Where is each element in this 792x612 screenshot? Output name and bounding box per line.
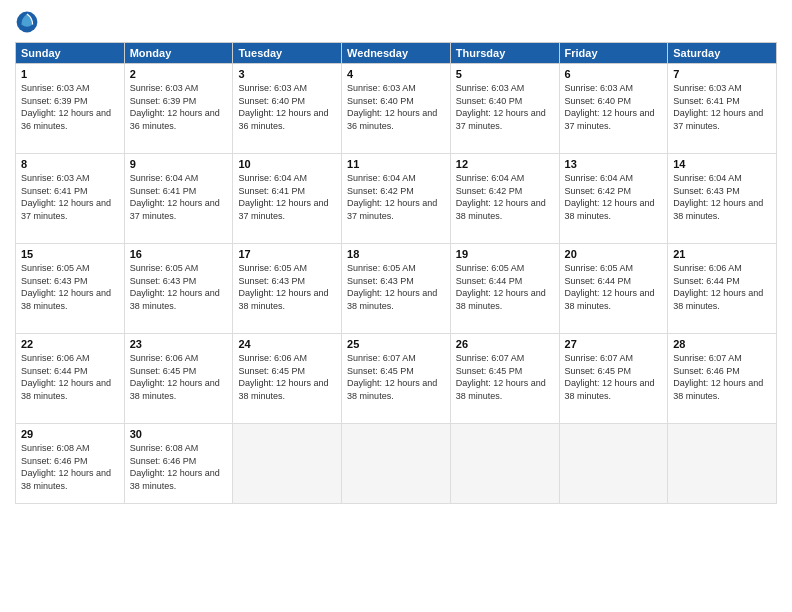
day-number: 29 bbox=[21, 428, 119, 440]
day-number: 19 bbox=[456, 248, 554, 260]
day-info: Sunrise: 6:04 AM Sunset: 6:41 PM Dayligh… bbox=[130, 172, 228, 222]
calendar-day-cell: 28 Sunrise: 6:07 AM Sunset: 6:46 PM Dayl… bbox=[668, 334, 777, 424]
calendar-day-header: Sunday bbox=[16, 43, 125, 64]
calendar-day-cell: 9 Sunrise: 6:04 AM Sunset: 6:41 PM Dayli… bbox=[124, 154, 233, 244]
calendar-day-cell: 10 Sunrise: 6:04 AM Sunset: 6:41 PM Dayl… bbox=[233, 154, 342, 244]
calendar-day-cell: 13 Sunrise: 6:04 AM Sunset: 6:42 PM Dayl… bbox=[559, 154, 668, 244]
day-number: 27 bbox=[565, 338, 663, 350]
day-info: Sunrise: 6:08 AM Sunset: 6:46 PM Dayligh… bbox=[130, 442, 228, 492]
day-number: 5 bbox=[456, 68, 554, 80]
day-info: Sunrise: 6:04 AM Sunset: 6:41 PM Dayligh… bbox=[238, 172, 336, 222]
calendar-day-cell bbox=[342, 424, 451, 504]
calendar-day-cell: 15 Sunrise: 6:05 AM Sunset: 6:43 PM Dayl… bbox=[16, 244, 125, 334]
calendar-day-cell: 16 Sunrise: 6:05 AM Sunset: 6:43 PM Dayl… bbox=[124, 244, 233, 334]
calendar-day-cell: 1 Sunrise: 6:03 AM Sunset: 6:39 PM Dayli… bbox=[16, 64, 125, 154]
calendar-week-row: 15 Sunrise: 6:05 AM Sunset: 6:43 PM Dayl… bbox=[16, 244, 777, 334]
day-info: Sunrise: 6:05 AM Sunset: 6:43 PM Dayligh… bbox=[130, 262, 228, 312]
day-info: Sunrise: 6:04 AM Sunset: 6:42 PM Dayligh… bbox=[565, 172, 663, 222]
day-info: Sunrise: 6:07 AM Sunset: 6:46 PM Dayligh… bbox=[673, 352, 771, 402]
day-info: Sunrise: 6:04 AM Sunset: 6:42 PM Dayligh… bbox=[347, 172, 445, 222]
day-number: 7 bbox=[673, 68, 771, 80]
calendar-day-cell: 3 Sunrise: 6:03 AM Sunset: 6:40 PM Dayli… bbox=[233, 64, 342, 154]
calendar-week-row: 22 Sunrise: 6:06 AM Sunset: 6:44 PM Dayl… bbox=[16, 334, 777, 424]
calendar-day-cell: 29 Sunrise: 6:08 AM Sunset: 6:46 PM Dayl… bbox=[16, 424, 125, 504]
day-number: 16 bbox=[130, 248, 228, 260]
day-info: Sunrise: 6:05 AM Sunset: 6:44 PM Dayligh… bbox=[456, 262, 554, 312]
day-number: 12 bbox=[456, 158, 554, 170]
day-info: Sunrise: 6:04 AM Sunset: 6:43 PM Dayligh… bbox=[673, 172, 771, 222]
day-info: Sunrise: 6:05 AM Sunset: 6:43 PM Dayligh… bbox=[21, 262, 119, 312]
day-info: Sunrise: 6:06 AM Sunset: 6:45 PM Dayligh… bbox=[130, 352, 228, 402]
day-number: 23 bbox=[130, 338, 228, 350]
day-number: 3 bbox=[238, 68, 336, 80]
calendar-day-cell: 19 Sunrise: 6:05 AM Sunset: 6:44 PM Dayl… bbox=[450, 244, 559, 334]
day-number: 10 bbox=[238, 158, 336, 170]
calendar-day-cell: 6 Sunrise: 6:03 AM Sunset: 6:40 PM Dayli… bbox=[559, 64, 668, 154]
day-number: 25 bbox=[347, 338, 445, 350]
calendar-day-header: Thursday bbox=[450, 43, 559, 64]
calendar-day-cell: 11 Sunrise: 6:04 AM Sunset: 6:42 PM Dayl… bbox=[342, 154, 451, 244]
day-number: 8 bbox=[21, 158, 119, 170]
day-info: Sunrise: 6:07 AM Sunset: 6:45 PM Dayligh… bbox=[456, 352, 554, 402]
calendar-day-cell: 17 Sunrise: 6:05 AM Sunset: 6:43 PM Dayl… bbox=[233, 244, 342, 334]
day-info: Sunrise: 6:05 AM Sunset: 6:43 PM Dayligh… bbox=[238, 262, 336, 312]
day-number: 9 bbox=[130, 158, 228, 170]
day-info: Sunrise: 6:03 AM Sunset: 6:40 PM Dayligh… bbox=[347, 82, 445, 132]
calendar-day-cell: 5 Sunrise: 6:03 AM Sunset: 6:40 PM Dayli… bbox=[450, 64, 559, 154]
calendar-header-row: SundayMondayTuesdayWednesdayThursdayFrid… bbox=[16, 43, 777, 64]
day-info: Sunrise: 6:03 AM Sunset: 6:40 PM Dayligh… bbox=[565, 82, 663, 132]
day-number: 11 bbox=[347, 158, 445, 170]
day-info: Sunrise: 6:03 AM Sunset: 6:39 PM Dayligh… bbox=[130, 82, 228, 132]
day-info: Sunrise: 6:03 AM Sunset: 6:40 PM Dayligh… bbox=[238, 82, 336, 132]
day-number: 21 bbox=[673, 248, 771, 260]
calendar-week-row: 8 Sunrise: 6:03 AM Sunset: 6:41 PM Dayli… bbox=[16, 154, 777, 244]
day-info: Sunrise: 6:07 AM Sunset: 6:45 PM Dayligh… bbox=[347, 352, 445, 402]
calendar-day-header: Saturday bbox=[668, 43, 777, 64]
calendar-day-header: Tuesday bbox=[233, 43, 342, 64]
calendar-day-cell: 24 Sunrise: 6:06 AM Sunset: 6:45 PM Dayl… bbox=[233, 334, 342, 424]
day-number: 6 bbox=[565, 68, 663, 80]
day-number: 28 bbox=[673, 338, 771, 350]
day-number: 13 bbox=[565, 158, 663, 170]
calendar-page: SundayMondayTuesdayWednesdayThursdayFrid… bbox=[0, 0, 792, 612]
day-info: Sunrise: 6:03 AM Sunset: 6:39 PM Dayligh… bbox=[21, 82, 119, 132]
calendar-day-cell: 30 Sunrise: 6:08 AM Sunset: 6:46 PM Dayl… bbox=[124, 424, 233, 504]
calendar-day-cell bbox=[559, 424, 668, 504]
calendar-day-header: Friday bbox=[559, 43, 668, 64]
calendar-day-cell: 7 Sunrise: 6:03 AM Sunset: 6:41 PM Dayli… bbox=[668, 64, 777, 154]
day-number: 15 bbox=[21, 248, 119, 260]
calendar-week-row: 1 Sunrise: 6:03 AM Sunset: 6:39 PM Dayli… bbox=[16, 64, 777, 154]
calendar-table: SundayMondayTuesdayWednesdayThursdayFrid… bbox=[15, 42, 777, 504]
day-number: 24 bbox=[238, 338, 336, 350]
day-info: Sunrise: 6:05 AM Sunset: 6:44 PM Dayligh… bbox=[565, 262, 663, 312]
day-number: 26 bbox=[456, 338, 554, 350]
day-info: Sunrise: 6:06 AM Sunset: 6:45 PM Dayligh… bbox=[238, 352, 336, 402]
calendar-day-cell: 18 Sunrise: 6:05 AM Sunset: 6:43 PM Dayl… bbox=[342, 244, 451, 334]
calendar-day-cell: 12 Sunrise: 6:04 AM Sunset: 6:42 PM Dayl… bbox=[450, 154, 559, 244]
calendar-day-cell bbox=[233, 424, 342, 504]
calendar-day-cell: 21 Sunrise: 6:06 AM Sunset: 6:44 PM Dayl… bbox=[668, 244, 777, 334]
calendar-day-cell: 2 Sunrise: 6:03 AM Sunset: 6:39 PM Dayli… bbox=[124, 64, 233, 154]
calendar-day-cell: 25 Sunrise: 6:07 AM Sunset: 6:45 PM Dayl… bbox=[342, 334, 451, 424]
day-number: 14 bbox=[673, 158, 771, 170]
day-number: 20 bbox=[565, 248, 663, 260]
day-number: 4 bbox=[347, 68, 445, 80]
calendar-day-cell bbox=[450, 424, 559, 504]
calendar-day-cell: 4 Sunrise: 6:03 AM Sunset: 6:40 PM Dayli… bbox=[342, 64, 451, 154]
day-info: Sunrise: 6:04 AM Sunset: 6:42 PM Dayligh… bbox=[456, 172, 554, 222]
day-number: 2 bbox=[130, 68, 228, 80]
day-info: Sunrise: 6:06 AM Sunset: 6:44 PM Dayligh… bbox=[673, 262, 771, 312]
day-info: Sunrise: 6:03 AM Sunset: 6:41 PM Dayligh… bbox=[21, 172, 119, 222]
calendar-day-header: Wednesday bbox=[342, 43, 451, 64]
logo bbox=[15, 10, 43, 34]
day-info: Sunrise: 6:03 AM Sunset: 6:40 PM Dayligh… bbox=[456, 82, 554, 132]
day-number: 30 bbox=[130, 428, 228, 440]
day-info: Sunrise: 6:07 AM Sunset: 6:45 PM Dayligh… bbox=[565, 352, 663, 402]
day-number: 1 bbox=[21, 68, 119, 80]
day-info: Sunrise: 6:06 AM Sunset: 6:44 PM Dayligh… bbox=[21, 352, 119, 402]
day-number: 22 bbox=[21, 338, 119, 350]
calendar-day-cell: 27 Sunrise: 6:07 AM Sunset: 6:45 PM Dayl… bbox=[559, 334, 668, 424]
calendar-day-cell: 26 Sunrise: 6:07 AM Sunset: 6:45 PM Dayl… bbox=[450, 334, 559, 424]
day-info: Sunrise: 6:08 AM Sunset: 6:46 PM Dayligh… bbox=[21, 442, 119, 492]
calendar-week-row: 29 Sunrise: 6:08 AM Sunset: 6:46 PM Dayl… bbox=[16, 424, 777, 504]
